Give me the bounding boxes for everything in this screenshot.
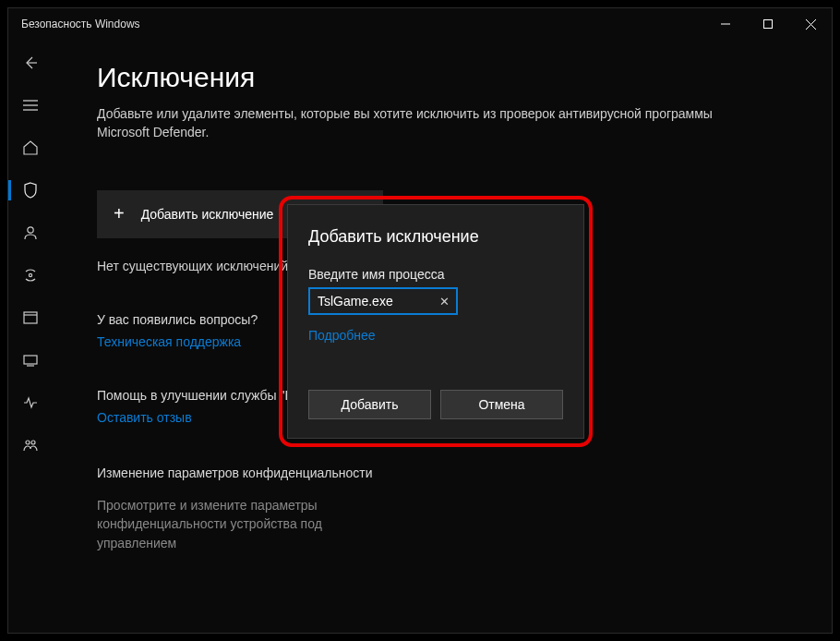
dialog-label: Введите имя процесса — [308, 267, 563, 282]
dialog-add-button[interactable]: Добавить — [308, 390, 431, 419]
performance-icon[interactable] — [8, 383, 53, 422]
minimize-button[interactable] — [704, 8, 747, 40]
page-description: Добавьте или удалите элементы, которые в… — [97, 104, 762, 142]
dialog-cancel-button[interactable]: Отмена — [440, 390, 563, 419]
privacy-description: Просмотрите и измените параметры конфиде… — [97, 496, 383, 552]
maximize-button[interactable] — [747, 8, 789, 40]
add-exclusion-dialog: Добавить исключение Введите имя процесса… — [287, 204, 584, 439]
add-exclusion-label: Добавить исключение — [141, 207, 274, 222]
menu-button[interactable] — [8, 86, 53, 125]
titlebar: Безопасность Windows — [8, 8, 832, 40]
privacy-section: Изменение параметров конфиденциальности … — [97, 464, 795, 552]
window-title: Безопасность Windows — [21, 18, 704, 30]
plus-icon: + — [114, 203, 125, 224]
svg-point-15 — [31, 441, 35, 444]
svg-rect-10 — [24, 312, 37, 323]
process-input-wrap: ✕ — [308, 287, 458, 315]
svg-point-14 — [26, 441, 30, 444]
clear-input-icon[interactable]: ✕ — [434, 287, 454, 315]
app-control-icon[interactable] — [8, 298, 53, 337]
more-link[interactable]: Подробнее — [308, 328, 563, 343]
dialog-buttons: Добавить Отмена — [308, 390, 563, 438]
svg-point-9 — [29, 273, 31, 276]
privacy-title: Изменение параметров конфиденциальности — [97, 464, 795, 483]
shield-icon[interactable] — [8, 171, 53, 210]
dialog-title: Добавить исключение — [308, 227, 563, 247]
page-title: Исключения — [97, 62, 795, 93]
window-controls — [704, 8, 832, 40]
svg-point-8 — [28, 227, 33, 233]
close-button[interactable] — [789, 8, 832, 40]
svg-rect-1 — [764, 20, 773, 29]
svg-rect-12 — [24, 356, 37, 364]
device-security-icon[interactable] — [8, 341, 53, 380]
sidebar — [8, 40, 53, 633]
family-icon[interactable] — [8, 426, 53, 465]
account-icon[interactable] — [8, 213, 53, 252]
firewall-icon[interactable] — [8, 256, 53, 295]
home-icon[interactable] — [8, 128, 53, 167]
back-button[interactable] — [8, 43, 53, 82]
